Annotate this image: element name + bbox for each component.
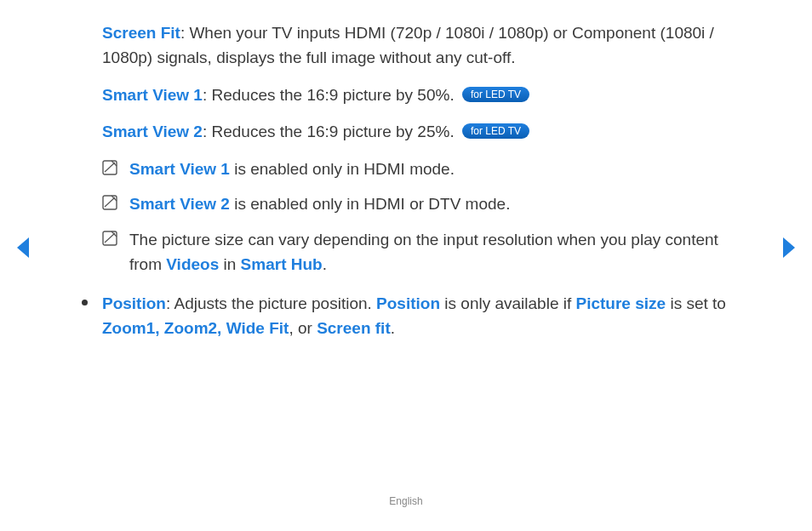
desc-smart-view-1: : Reduces the 16:9 picture by 50%. [203,86,459,104]
term-smart-view-2: Smart View 2 [102,123,203,140]
position-term: Position [102,294,166,312]
content-area: Screen Fit: When your TV inputs HDMI (72… [51,20,761,340]
note3-mid: in [219,255,240,273]
note1-term: Smart View 1 [129,160,230,178]
note2-rest: is enabled only in HDMI or DTV mode. [230,195,510,213]
note3-link1: Videos [166,255,219,273]
footer-language: English [0,495,812,507]
item-smart-view-1: Smart View 1: Reduces the 16:9 picture b… [102,83,752,107]
note-icon [102,160,117,175]
next-page-button[interactable] [781,237,797,259]
item-position: Position: Adjusts the picture position. … [83,291,752,341]
note-icon [102,231,117,246]
note-item-2: Smart View 2 is enabled only in HDMI or … [102,191,752,216]
desc-screen-fit: : When your TV inputs HDMI (720p / 1080i… [102,24,714,66]
position-p1: : Adjusts the picture position. [166,294,376,312]
position-term3: Picture size [576,294,666,312]
item-smart-view-2: Smart View 2: Reduces the 16:9 picture b… [102,119,752,144]
position-term4: Zoom1, Zoom2, Wide Fit [102,319,289,337]
position-text: Position: Adjusts the picture position. … [83,291,752,341]
note-item-3: The picture size can vary depending on t… [102,227,752,277]
triangle-right-icon [781,237,797,259]
bullet-dot-icon [82,300,88,305]
badge-led-tv-1: for LED TV [462,87,529,102]
term-smart-view-1: Smart View 1 [102,86,203,104]
note1-rest: is enabled only in HDMI mode. [230,160,455,178]
triangle-left-icon [15,237,31,259]
item-screen-fit: Screen Fit: When your TV inputs HDMI (72… [102,20,752,71]
note3-post: . [323,255,327,273]
position-p5: . [391,319,395,337]
position-term2: Position [376,294,440,312]
note2-term: Smart View 2 [129,195,230,213]
note-list: Smart View 1 is enabled only in HDMI mod… [102,157,752,277]
svg-marker-0 [17,237,29,258]
svg-marker-1 [783,237,795,258]
manual-page: Screen Fit: When your TV inputs HDMI (72… [0,0,812,531]
term-screen-fit: Screen Fit [102,24,180,42]
position-term5: Screen fit [317,319,391,337]
note3-link2: Smart Hub [241,255,323,273]
note-item-1: Smart View 1 is enabled only in HDMI mod… [102,157,752,181]
position-p2: is only available if [440,294,575,312]
prev-page-button[interactable] [15,237,31,259]
note-icon [102,195,117,210]
position-p3: is set to [666,294,726,312]
desc-smart-view-2: : Reduces the 16:9 picture by 25%. [203,123,459,140]
badge-led-tv-2: for LED TV [462,123,529,139]
position-p4: , or [289,319,317,337]
